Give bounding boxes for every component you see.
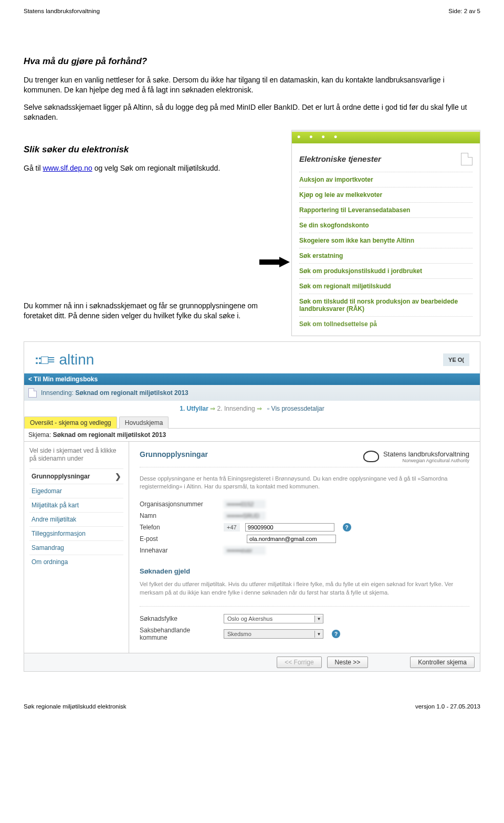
next-button[interactable]: Neste >>: [327, 657, 369, 668]
label-telefon: Telefon: [140, 524, 218, 531]
section-title-howto: Slik søker du elektronisk: [24, 144, 281, 155]
help-icon[interactable]: ?: [343, 523, 351, 532]
label-fylke: Søknadsfylke: [140, 615, 218, 622]
subsection-heading: Søknaden gjeld: [140, 567, 469, 575]
prev-button[interactable]: << Forrige: [277, 657, 321, 668]
form-side-nav: Vel side i skjemaet ved å klikke på side…: [24, 442, 129, 653]
info-note: Desse opplysningane er henta frå Einings…: [140, 475, 469, 491]
label-innehavar: Innehavar: [140, 547, 218, 554]
label-epost: E-post: [140, 535, 218, 543]
help-icon[interactable]: ?: [332, 630, 340, 638]
footer-left: Søk regionale miljøtilskudd elektronisk: [24, 703, 127, 710]
chevron-down-icon: ▼: [314, 616, 323, 622]
widget-item-highlighted[interactable]: Søk om regionalt miljøtilskudd: [299, 278, 472, 294]
section-text: Du kommer nå inn i søknadsskjemaet og få…: [24, 301, 281, 321]
process-details-link[interactable]: Vis prosessdetaljar: [271, 405, 324, 412]
form-title-bar: Innsending: Søknad om regionalt miljøtil…: [24, 385, 480, 401]
widget-item[interactable]: Rapportering til Leveransedatabasen: [299, 202, 472, 217]
page-heading: Grunnopplysningar: [140, 450, 208, 459]
sidenav-item-andre-miljotiltak[interactable]: Andre miljøtiltak: [29, 512, 123, 526]
telefon-input[interactable]: [245, 523, 334, 532]
tab-overview[interactable]: Oversikt - skjema og vedlegg: [24, 416, 117, 429]
agency-brand: Statens landbruksforvaltning Norwegian A…: [363, 450, 469, 463]
widget-item[interactable]: Auksjon av importkvoter: [299, 172, 472, 187]
form-page-icon: [28, 388, 37, 398]
divider: [140, 606, 469, 607]
subsection-note: Vel fylket der du utfører miljøtiltak. H…: [140, 580, 469, 597]
value-tel-prefix: +47: [224, 523, 240, 532]
chevron-right-icon: ❯: [115, 472, 121, 481]
label-namn: Namn: [140, 512, 218, 519]
document-icon: [461, 153, 472, 165]
widget-item[interactable]: Søk om tilskudd til norsk produksjon av …: [299, 294, 472, 316]
widget-item[interactable]: Søk om produksjonstilskudd i jordbruket: [299, 263, 472, 278]
form-footer: << Forrige Neste >> Kontroller skjema: [24, 653, 480, 671]
tab-bar: Oversikt - skjema og vedlegg Hovudskjema: [24, 416, 480, 429]
back-to-inbox-link[interactable]: < Til Min meldingsboks: [24, 373, 480, 385]
electronic-services-widget: • • • • Elektroniske tjenester Auksjon a…: [291, 130, 480, 336]
sidenav-item-tilleggsinfo[interactable]: Tilleggsinformasjon: [29, 526, 123, 540]
widget-item[interactable]: Kjøp og leie av melkekvoter: [299, 187, 472, 202]
sidenav-item-om-ordninga[interactable]: Om ordninga: [29, 555, 123, 569]
page-header: Statens landbruksforvaltning Side: 2 av …: [24, 8, 480, 14]
header-fragment: YE O(: [443, 353, 469, 366]
widget-item[interactable]: Søk erstatning: [299, 248, 472, 263]
form-main-panel: Grunnopplysningar Statens landbruksforva…: [129, 442, 480, 653]
widget-item[interactable]: Søk om tollnedsettelse på: [299, 316, 472, 331]
label-orgnr: Organisasjonsnummer: [140, 501, 218, 508]
kommune-select[interactable]: Skedsmo ▼: [224, 629, 323, 639]
header-right: Side: 2 av 5: [448, 8, 480, 14]
section-title-preparation: Hva må du gjøre på forhånd?: [24, 56, 480, 67]
value-namn: ••••••••SRUD: [224, 512, 266, 520]
widget-item[interactable]: Se din skogfondskonto: [299, 217, 472, 233]
tab-mainform[interactable]: Hovudskjema: [119, 416, 169, 429]
footer-right: versjon 1.0 - 27.05.2013: [415, 703, 480, 710]
sidenav-item-grunnopplysningar[interactable]: Grunnopplysningar ❯: [29, 468, 123, 484]
chevron-down-icon: ▼: [314, 631, 323, 638]
sidenav-item-samandrag[interactable]: Samandrag: [29, 540, 123, 555]
divider: [140, 467, 469, 467]
fylke-select[interactable]: Oslo og Akershus ▼: [224, 614, 323, 623]
callout-arrow-icon: [259, 257, 290, 267]
process-steps: 1. Utfyllar ⇒ 2. Innsending ⇒ ▫ Vis pros…: [24, 401, 480, 416]
section-text: Selve søknadsskjemaet ligger på Altinn, …: [24, 102, 480, 122]
validate-button[interactable]: Kontroller skjema: [410, 657, 475, 668]
section-text: Gå til www.slf.dep.no og velg Søk om reg…: [24, 163, 281, 173]
value-innehavar: •••••••ever: [224, 546, 266, 555]
widget-item[interactable]: Skogeiere som ikke kan benytte Altinn: [299, 233, 472, 248]
header-left: Statens landbruksforvaltning: [24, 8, 100, 14]
sidenav-item-miljotiltak-kart[interactable]: Miljøtiltak på kart: [29, 498, 123, 512]
sidenav-item-eigedomar[interactable]: Eigedomar: [29, 484, 123, 498]
section-text: Du trenger kun en vanlig nettleser for å…: [24, 75, 480, 95]
label-kommune: Saksbehandlande kommune: [140, 627, 218, 641]
agency-logo-icon: [363, 451, 379, 462]
epost-input[interactable]: [247, 535, 336, 543]
value-orgnr: •••••••0152: [224, 500, 266, 508]
altinn-form-screenshot: ::□≡ altinn YE O( < Til Min meldingsboks…: [24, 341, 480, 672]
widget-tabs-dots: • • • •: [292, 132, 480, 143]
altinn-logo: ::□≡ altinn: [35, 351, 94, 368]
sidenav-hint: Vel side i skjemaet ved å klikke på side…: [29, 447, 123, 463]
page-footer: Søk regionale miljøtilskudd elektronisk …: [24, 703, 480, 710]
schema-name-row: Skjema: Søknad om regionalt miljøtilskot…: [24, 429, 480, 442]
widget-title: Elektroniske tjenester: [299, 154, 381, 163]
slf-link[interactable]: www.slf.dep.no: [43, 164, 92, 172]
